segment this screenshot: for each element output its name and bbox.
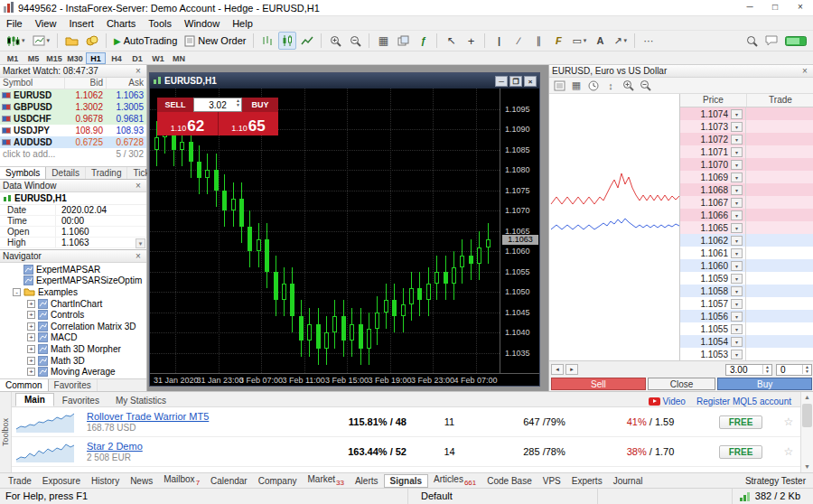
minimize-icon[interactable]: ─ xyxy=(737,0,762,15)
dom-buy-row[interactable]: 1.1057▾ xyxy=(680,297,813,310)
bottom-tab-market[interactable]: Market33 xyxy=(302,473,349,488)
timeframe-d1[interactable]: D1 xyxy=(127,52,147,64)
zoom-in-button[interactable] xyxy=(326,32,344,50)
register-mql5-link[interactable]: Register MQL5 account xyxy=(696,397,791,406)
dom-trade-cell[interactable] xyxy=(745,272,813,285)
channel-button[interactable]: ∥ xyxy=(529,32,547,50)
dom-trade-cell[interactable] xyxy=(745,335,813,348)
bottom-tab-exposure[interactable]: Exposure xyxy=(37,475,86,487)
bottom-tab-history[interactable]: History xyxy=(86,475,125,487)
more-tools-button[interactable]: ⋯ xyxy=(640,32,658,50)
candles-chart-button[interactable] xyxy=(278,32,296,50)
signal-row[interactable]: Star 2 Demo2 508 EUR163.44% / 5214285 /7… xyxy=(12,437,800,467)
navigator-item-chartinchart[interactable]: +ChartInChart xyxy=(0,298,146,310)
menu-view[interactable]: View xyxy=(29,18,63,29)
signal-row[interactable]: Rollover Trade Warrior MT5168.78 USD115.… xyxy=(12,407,800,437)
navigator-item-expertmapsar[interactable]: ExpertMAPSAR xyxy=(0,264,146,275)
dom-buy-row[interactable]: 1.1058▾ xyxy=(680,285,813,297)
column-header-ask[interactable]: Ask xyxy=(106,78,146,89)
dom-row-dropdown-icon[interactable]: ▾ xyxy=(731,173,743,182)
price-scale[interactable]: 1.10951.10901.10851.10801.10751.10701.10… xyxy=(501,89,539,373)
chat-button[interactable] xyxy=(762,32,780,50)
dom-row-dropdown-icon[interactable]: ▾ xyxy=(731,236,743,246)
dom-trade-cell[interactable] xyxy=(745,209,813,221)
dom-row-dropdown-icon[interactable]: ▾ xyxy=(731,160,743,170)
close-icon[interactable]: × xyxy=(133,181,144,191)
new-chart-button[interactable]: ▾ xyxy=(4,32,28,50)
bottom-tab-trade[interactable]: Trade xyxy=(3,475,37,487)
bottom-tab-code-base[interactable]: Code Base xyxy=(481,475,537,487)
bottom-tab-news[interactable]: News xyxy=(125,475,158,487)
chart-restore-icon[interactable]: ❐ xyxy=(509,76,522,87)
dom-row-dropdown-icon[interactable]: ▾ xyxy=(731,210,743,220)
dom-row-dropdown-icon[interactable]: ▾ xyxy=(731,350,743,359)
market-watch-row-eurusd[interactable]: EURUSD1.10621.1063 xyxy=(0,89,146,101)
dom-trade-cell[interactable] xyxy=(745,234,813,247)
tab-main[interactable]: Main xyxy=(15,393,54,406)
quick-buy-button[interactable]: BUY xyxy=(242,98,278,112)
navigator-item-macd[interactable]: +MACD xyxy=(0,332,146,344)
profiles-folder-button[interactable] xyxy=(62,32,81,50)
bottom-tab-articles[interactable]: Articles661 xyxy=(428,473,481,488)
dom-aux-input[interactable]: 0 ▲▼ xyxy=(776,364,812,376)
menu-file[interactable]: File xyxy=(0,18,29,29)
timeframe-h4[interactable]: H4 xyxy=(107,52,126,64)
expand-icon[interactable]: + xyxy=(27,300,35,308)
collapse-icon[interactable]: - xyxy=(13,288,21,296)
dom-row-dropdown-icon[interactable]: ▾ xyxy=(731,185,743,195)
dom-trade-cell[interactable] xyxy=(745,107,813,120)
dom-trade-cell[interactable] xyxy=(745,183,813,196)
dom-buy-row[interactable]: 1.1054▾ xyxy=(680,335,813,348)
dom-row-dropdown-icon[interactable]: ▾ xyxy=(731,248,743,258)
dom-buy-row[interactable]: 1.1053▾ xyxy=(680,348,813,360)
dom-row-dropdown-icon[interactable]: ▾ xyxy=(731,286,743,296)
buy-price-display[interactable]: 1.10 65 xyxy=(218,112,278,135)
dom-sell-row[interactable]: 1.1070▾ xyxy=(680,158,813,171)
sell-button[interactable]: Sell xyxy=(551,378,646,390)
dom-trade-cell[interactable] xyxy=(745,221,813,234)
close-icon[interactable]: × xyxy=(788,0,813,15)
tab-symbols[interactable]: Symbols xyxy=(0,167,46,179)
navigator-item-moving-average[interactable]: +Moving Average xyxy=(0,366,146,378)
dom-sell-row[interactable]: 1.1074▾ xyxy=(680,107,813,120)
scroll-thumb[interactable] xyxy=(802,404,812,427)
dom-trade-cell[interactable] xyxy=(745,310,813,322)
status-connection[interactable]: 382 / 2 Kb xyxy=(732,489,813,504)
market-watch-row-audusd[interactable]: AUDUSD0.67250.6728 xyxy=(0,136,146,148)
volume-spinner-icon[interactable]: ▲▼ xyxy=(236,98,240,107)
timeframe-w1[interactable]: W1 xyxy=(148,52,168,64)
volume-input[interactable]: 3.02 ▲▼ xyxy=(193,98,242,112)
dom-trade-cell[interactable] xyxy=(745,171,813,183)
free-button[interactable]: FREE xyxy=(719,445,763,459)
expand-icon[interactable]: + xyxy=(27,368,35,376)
bottom-tab-experts[interactable]: Experts xyxy=(566,475,608,487)
dom-trade-cell[interactable] xyxy=(745,297,813,310)
signal-name-link[interactable]: Star 2 Demo xyxy=(87,441,143,452)
dom-trade-cell[interactable] xyxy=(745,120,813,133)
tab-favorites[interactable]: Favorites xyxy=(54,395,107,406)
dom-buy-row[interactable]: 1.1056▾ xyxy=(680,310,813,322)
navigator-item-math-3d-morpher[interactable]: +Math 3D Morpher xyxy=(0,343,146,355)
dom-buy-row[interactable]: 1.1061▾ xyxy=(680,247,813,259)
timeframe-m15[interactable]: M15 xyxy=(44,52,64,64)
bars-chart-button[interactable] xyxy=(258,32,276,50)
timeframe-m1[interactable]: M1 xyxy=(3,52,23,64)
menu-insert[interactable]: Insert xyxy=(62,18,100,29)
scroll-down-icon[interactable]: ▼ xyxy=(801,462,813,472)
dom-sell-row[interactable]: 1.1068▾ xyxy=(680,183,813,196)
tile-windows-button[interactable]: ▦ xyxy=(374,32,392,50)
buy-button[interactable]: Buy xyxy=(717,378,812,390)
cascade-windows-button[interactable] xyxy=(394,32,412,50)
dom-trade-cell[interactable] xyxy=(745,285,813,297)
dom-trade-cell[interactable] xyxy=(745,259,813,272)
add-symbol-row[interactable]: click to add... 5 / 302 xyxy=(0,148,146,160)
zoom-out-icon[interactable] xyxy=(637,79,653,92)
free-button[interactable]: FREE xyxy=(719,415,763,429)
dom-row-dropdown-icon[interactable]: ▾ xyxy=(731,299,743,309)
dom-row-dropdown-icon[interactable]: ▾ xyxy=(731,337,743,347)
strategy-tester-label[interactable]: Strategy Tester xyxy=(745,476,813,486)
prev-icon[interactable]: ◂ xyxy=(551,364,564,375)
crosshair-button[interactable]: + xyxy=(462,32,480,50)
trendline-button[interactable]: ∕ xyxy=(509,32,528,50)
dom-row-dropdown-icon[interactable]: ▾ xyxy=(731,223,743,233)
